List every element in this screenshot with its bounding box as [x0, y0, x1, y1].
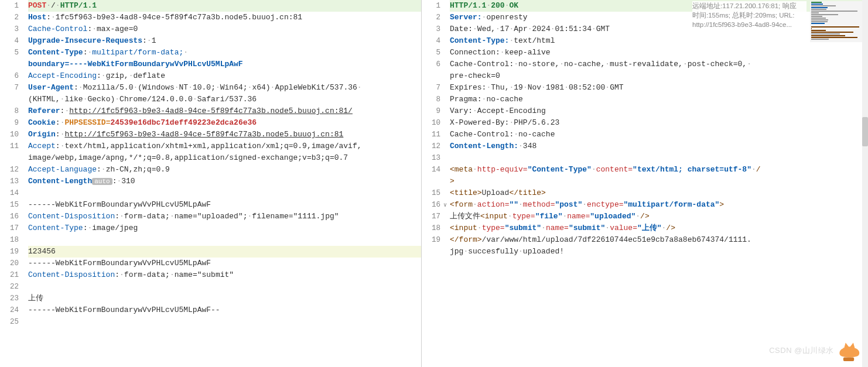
line-number[interactable]: 17: [422, 211, 440, 222]
line-number[interactable]: 13: [0, 176, 19, 187]
line-number[interactable]: 1: [422, 0, 440, 12]
code-line[interactable]: [28, 187, 421, 199]
line-number[interactable]: 16: [0, 211, 19, 222]
request-pane[interactable]: 1234567891011121314151617181920212223242…: [0, 0, 422, 367]
line-number[interactable]: 20: [0, 258, 19, 269]
line-number[interactable]: 3: [422, 23, 440, 35]
fold-chevron-icon[interactable]: ∨: [442, 201, 449, 208]
line-number[interactable]: 12: [422, 140, 440, 152]
line-number[interactable]: [0, 152, 19, 164]
line-number[interactable]: 25: [0, 316, 19, 328]
line-number[interactable]: 2: [0, 12, 19, 23]
line-number[interactable]: 7: [0, 82, 19, 94]
line-number[interactable]: 18: [422, 222, 440, 234]
line-number[interactable]: 6: [422, 59, 440, 70]
code-line[interactable]: Expires:·Thu,·19·Nov·1981·08:52:00·GMT: [450, 82, 868, 94]
line-number[interactable]: 15: [0, 199, 19, 211]
code-line[interactable]: <input·type="submit"·name="submit"·value…: [450, 222, 868, 234]
line-number[interactable]: 11: [0, 140, 19, 152]
code-line[interactable]: Vary:·Accept-Encoding: [450, 105, 868, 117]
line-number[interactable]: [422, 246, 440, 258]
code-line[interactable]: Content-Lengthauto:·310: [28, 176, 421, 187]
line-number[interactable]: 14: [0, 187, 19, 199]
line-number[interactable]: 6: [0, 70, 19, 82]
line-number[interactable]: 17: [0, 222, 19, 234]
code-line[interactable]: ------WebKitFormBoundarywVvPHLcvU5MLpAwF: [28, 199, 421, 211]
line-number[interactable]: 12: [0, 164, 19, 176]
code-line[interactable]: >: [450, 176, 868, 187]
code-line[interactable]: (KHTML,·like·Gecko)·Chrome/124.0.0.0·Saf…: [28, 94, 421, 105]
code-line[interactable]: Cookie:·PHPSESSID=24539e16dbc71deff49223…: [28, 117, 421, 129]
response-pane[interactable]: 12345678910111213141516171819 HTTP/1.1·2…: [422, 0, 868, 367]
code-line[interactable]: X-Powered-By:·PHP/5.6.23: [450, 117, 868, 129]
code-line[interactable]: ------WebKitFormBoundarywVvPHLcvU5MLpAwF…: [28, 304, 421, 316]
code-line[interactable]: Cache-Control:·no-cache: [450, 129, 868, 140]
code-line[interactable]: [28, 281, 421, 293]
code-line[interactable]: 上传: [28, 293, 421, 304]
line-number[interactable]: 19: [0, 246, 19, 258]
line-number[interactable]: 19: [422, 234, 440, 246]
line-number[interactable]: 4: [422, 35, 440, 47]
code-line[interactable]: <title>Upload</title>: [450, 187, 868, 199]
code-line[interactable]: Pragma:·no-cache: [450, 94, 868, 105]
line-number[interactable]: 9: [422, 105, 440, 117]
code-line[interactable]: <form·action=""·method="post"·enctype="m…: [450, 199, 868, 211]
minimap[interactable]: [810, 1, 866, 42]
line-number[interactable]: 22: [0, 281, 19, 293]
line-number[interactable]: 10: [0, 129, 19, 140]
code-line[interactable]: 123456: [28, 246, 421, 258]
line-number[interactable]: 18: [0, 234, 19, 246]
code-line[interactable]: ------WebKitFormBoundarywVvPHLcvU5MLpAwF: [28, 258, 421, 269]
code-line[interactable]: 上传文件<input·type="file"·name="uploaded"·/…: [450, 211, 868, 222]
line-number[interactable]: 5: [0, 47, 19, 59]
code-line[interactable]: <meta·http-equiv="Content-Type"·content=…: [450, 164, 868, 176]
request-code[interactable]: POST·/·HTTP/1.1Host:·1fc5f963-b9e3-4ad8-…: [28, 0, 421, 328]
line-number[interactable]: 4: [0, 35, 19, 47]
line-number[interactable]: [0, 59, 19, 70]
code-line[interactable]: User-Agent:·Mozilla/5.0·(Windows·NT·10.0…: [28, 82, 421, 94]
line-number[interactable]: 1: [0, 0, 19, 12]
line-number[interactable]: 21: [0, 269, 19, 281]
line-number[interactable]: 16: [422, 199, 440, 211]
line-number[interactable]: 24: [0, 304, 19, 316]
line-number[interactable]: [0, 94, 19, 105]
line-gutter-left[interactable]: 1234567891011121314151617181920212223242…: [0, 0, 23, 367]
code-line[interactable]: Accept-Language:·zh-CN,zh;q=0.9: [28, 164, 421, 176]
response-code[interactable]: HTTP/1.1·200·OKServer:·openrestyDate:·We…: [450, 0, 868, 258]
line-number[interactable]: 8: [422, 94, 440, 105]
line-number[interactable]: 10: [422, 117, 440, 129]
vertical-scrollbar[interactable]: [862, 0, 868, 367]
line-number[interactable]: 8: [0, 105, 19, 117]
code-line[interactable]: pre-check=0: [450, 70, 868, 82]
code-line[interactable]: boundary=----WebKitFormBoundarywVvPHLcvU…: [28, 59, 421, 70]
code-line[interactable]: [450, 152, 868, 164]
line-number[interactable]: 7: [422, 82, 440, 94]
code-line[interactable]: Accept-Encoding:·gzip,·deflate: [28, 70, 421, 82]
line-number[interactable]: 23: [0, 293, 19, 304]
line-number[interactable]: 3: [0, 23, 19, 35]
line-number[interactable]: 11: [422, 129, 440, 140]
code-line[interactable]: Content-Length:·348: [450, 140, 868, 152]
code-line[interactable]: Cache-Control:·max-age=0: [28, 23, 421, 35]
line-number[interactable]: [422, 176, 440, 187]
code-line[interactable]: Referer:·http://1fc5f963-b9e3-4ad8-94ce-…: [28, 105, 421, 117]
code-line[interactable]: Content-Type:·multipart/form-data;·: [28, 47, 421, 59]
code-line[interactable]: Origin:·http://1fc5f963-b9e3-4ad8-94ce-5…: [28, 129, 421, 140]
code-line[interactable]: Connection:·keep-alive: [450, 47, 868, 59]
scrollbar-thumb[interactable]: [862, 117, 868, 146]
line-number[interactable]: 15: [422, 187, 440, 199]
code-line[interactable]: Cache-Control:·no-store,·no-cache,·must-…: [450, 59, 868, 70]
code-line[interactable]: </form>/var/www/html/upload/7df22610744e…: [450, 234, 868, 246]
line-number[interactable]: 5: [422, 47, 440, 59]
line-number[interactable]: 14: [422, 164, 440, 176]
line-number[interactable]: 9: [0, 117, 19, 129]
code-line[interactable]: Host:·1fc5f963-b9e3-4ad8-94ce-5f89f4c77a…: [28, 12, 421, 23]
code-line[interactable]: image/webp,image/apng,*/*;q=0.8,applicat…: [28, 152, 421, 164]
code-line[interactable]: [28, 316, 421, 328]
code-line[interactable]: Content-Type:·image/jpeg: [28, 222, 421, 234]
code-line[interactable]: Content-Type:·text/html: [450, 35, 868, 47]
code-line[interactable]: [28, 234, 421, 246]
code-line[interactable]: Content-Disposition:·form-data;·name="up…: [28, 211, 421, 222]
line-number[interactable]: 2: [422, 12, 440, 23]
code-line[interactable]: Content-Disposition:·form-data;·name="su…: [28, 269, 421, 281]
